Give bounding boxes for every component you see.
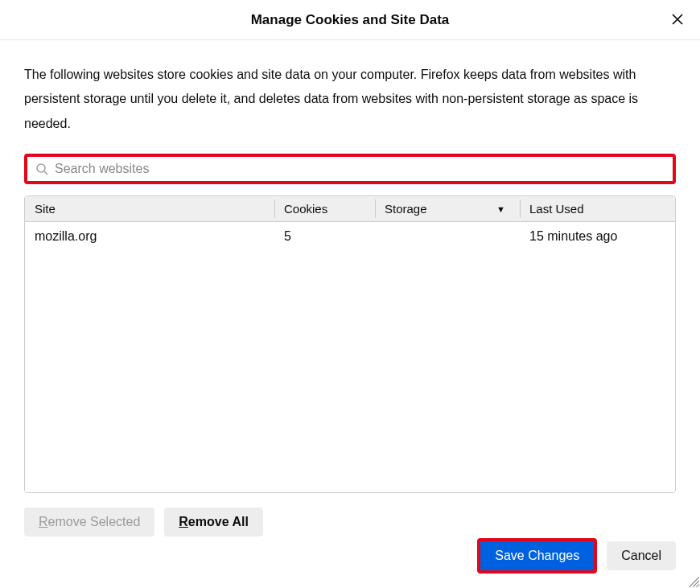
close-button[interactable] [665,7,690,33]
svg-line-3 [44,171,47,175]
save-highlight-box: Save Changes [477,538,597,574]
dialog-title: Manage Cookies and Site Data [251,12,450,28]
column-header-storage[interactable]: Storage ▼ [375,196,520,221]
column-header-lastused[interactable]: Last Used [520,196,675,221]
resize-handle-icon[interactable] [686,574,700,588]
search-field-wrap [27,157,673,181]
cancel-button[interactable]: Cancel [607,541,676,570]
search-highlight-box [24,154,676,184]
column-header-storage-label: Storage [385,202,427,216]
cell-lastused: 15 minutes ago [520,222,675,251]
column-header-cookies-label: Cookies [284,202,327,216]
cookies-table: Site Cookies Storage ▼ Last Used mozilla… [24,195,676,493]
search-icon [35,162,48,175]
cell-storage [375,222,520,251]
dialog-body: The following websites store cookies and… [0,40,700,537]
dialog-header: Manage Cookies and Site Data [0,0,700,40]
search-input[interactable] [55,162,665,176]
description-text: The following websites store cookies and… [24,63,676,136]
remove-buttons-row: Remove Selected Remove All [24,508,676,537]
table-row[interactable]: mozilla.org 5 15 minutes ago [25,222,675,251]
cell-site: mozilla.org [25,222,274,251]
footer-buttons: Save Changes Cancel [477,538,676,574]
sort-descending-icon: ▼ [496,204,505,214]
column-header-lastused-label: Last Used [529,202,584,216]
close-icon [671,12,684,28]
svg-line-5 [693,581,699,587]
svg-line-6 [697,585,699,587]
remove-selected-button[interactable]: Remove Selected [24,508,154,537]
cell-cookies: 5 [274,222,375,251]
column-header-site[interactable]: Site [25,196,274,221]
table-header: Site Cookies Storage ▼ Last Used [25,196,675,222]
column-header-site-label: Site [35,202,56,216]
save-changes-button[interactable]: Save Changes [480,541,594,570]
svg-point-2 [37,164,45,172]
column-header-cookies[interactable]: Cookies [274,196,375,221]
remove-all-button[interactable]: Remove All [164,508,263,537]
table-body: mozilla.org 5 15 minutes ago [25,222,675,492]
